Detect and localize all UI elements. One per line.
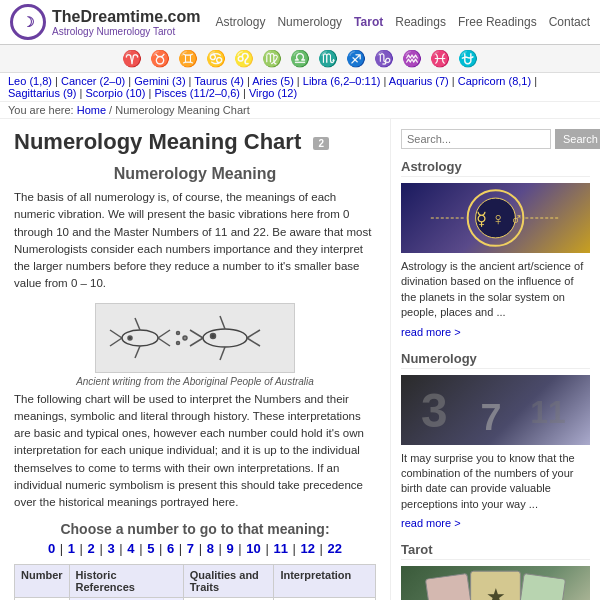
number-links: 0 | 1 | 2 | 3 | 4 | 5 | 6 | 7 | 8 | 9 | …: [14, 541, 376, 556]
num-link-8[interactable]: 8: [207, 541, 214, 556]
num-link-12[interactable]: 12: [301, 541, 315, 556]
zodiac-aquarius[interactable]: ♒: [402, 49, 422, 68]
sidebar-astrology-text: Astrology is the ancient art/science of …: [401, 259, 590, 321]
sign-gemini[interactable]: Gemini (3): [134, 75, 185, 87]
nav-numerology[interactable]: Numerology: [277, 15, 342, 29]
sidebar-astrology-image: ☿ ♀ ♂: [401, 183, 590, 253]
svg-text:11: 11: [530, 393, 565, 429]
sidebar-numerology: Numerology 3 7 11 It may surprise you to…: [401, 351, 590, 531]
zodiac-virgo[interactable]: ♍: [262, 49, 282, 68]
zodiac-aries[interactable]: ♈: [122, 49, 142, 68]
svg-rect-31: [425, 574, 474, 600]
search-input[interactable]: [401, 129, 551, 149]
breadcrumb: You are here: Home / Numerology Meaning …: [0, 102, 600, 119]
svg-line-14: [220, 347, 225, 360]
col-interpretation: Interpretation: [274, 565, 376, 598]
sidebar-astrology: Astrology ☿ ♀ ♂ Astrology is the ancient…: [401, 159, 590, 339]
svg-text:7: 7: [481, 395, 502, 437]
nav-readings[interactable]: Readings: [395, 15, 446, 29]
svg-line-12: [247, 338, 260, 346]
page-title: Numerology Meaning Chart 2: [14, 129, 376, 155]
num-link-11[interactable]: 11: [273, 541, 287, 556]
sign-links-bar: Leo (1,8) | Cancer (2–0) | Gemini (3) | …: [0, 73, 600, 102]
num-link-9[interactable]: 9: [227, 541, 234, 556]
intro-text: The basis of all numerology is, of cours…: [14, 189, 376, 293]
nav-contact[interactable]: Contact: [549, 15, 590, 29]
num-link-22[interactable]: 22: [328, 541, 342, 556]
chart-intro-text: The following chart will be used to inte…: [14, 391, 376, 512]
sign-scorpio[interactable]: Scorpio (10): [85, 87, 145, 99]
col-qualities: Qualities andTraits: [183, 565, 274, 598]
num-link-10[interactable]: 10: [246, 541, 260, 556]
svg-line-2: [110, 338, 122, 346]
search-button[interactable]: Search: [555, 129, 600, 149]
nav-tarot[interactable]: Tarot: [354, 15, 383, 29]
sign-aquarius[interactable]: Aquarius (7): [389, 75, 449, 87]
image-caption: Ancient writing from the Aboriginal Peop…: [14, 376, 376, 387]
sign-capricorn[interactable]: Capricorn (8,1): [458, 75, 531, 87]
section-header: Numerology Meaning: [14, 165, 376, 183]
zodiac-ophiuchus[interactable]: ⛎: [458, 49, 478, 68]
svg-text:☿ ♀ ♂: ☿ ♀ ♂: [476, 209, 524, 229]
main-layout: Numerology Meaning Chart 2 Numerology Me…: [0, 119, 600, 600]
logo-icon: ☽: [10, 4, 46, 40]
nav-astrology[interactable]: Astrology: [215, 15, 265, 29]
num-link-6[interactable]: 6: [167, 541, 174, 556]
zodiac-scorpio[interactable]: ♏: [318, 49, 338, 68]
zodiac-bar: ♈ ♉ ♊ ♋ ♌ ♍ ♎ ♏ ♐ ♑ ♒ ♓ ⛎: [0, 45, 600, 73]
svg-line-4: [158, 338, 170, 346]
search-area: Search: [401, 129, 590, 149]
zodiac-libra[interactable]: ♎: [290, 49, 310, 68]
svg-point-17: [177, 331, 180, 334]
num-link-5[interactable]: 5: [147, 541, 154, 556]
sign-aries[interactable]: Aries (5): [252, 75, 294, 87]
svg-point-18: [177, 341, 180, 344]
sign-taurus[interactable]: Taurus (4): [194, 75, 244, 87]
zodiac-cancer[interactable]: ♋: [206, 49, 226, 68]
num-link-2[interactable]: 2: [88, 541, 95, 556]
svg-line-5: [135, 318, 140, 330]
logo-area: ☽ TheDreamtime.com Astrology Numerology …: [10, 4, 201, 40]
num-link-1[interactable]: 1: [68, 541, 75, 556]
num-link-3[interactable]: 3: [107, 541, 114, 556]
svg-rect-30: [517, 574, 566, 600]
col-historic: Historic References: [69, 565, 183, 598]
zodiac-pisces[interactable]: ♓: [430, 49, 450, 68]
zodiac-capricorn[interactable]: ♑: [374, 49, 394, 68]
svg-point-15: [211, 333, 216, 338]
aboriginal-image-area: Ancient writing from the Aboriginal Peop…: [14, 303, 376, 387]
breadcrumb-home[interactable]: Home: [77, 104, 106, 116]
num-link-7[interactable]: 7: [187, 541, 194, 556]
svg-line-11: [247, 330, 260, 338]
sign-sagittarius[interactable]: Sagittarius (9): [8, 87, 76, 99]
sidebar-numerology-image: 3 7 11: [401, 375, 590, 445]
num-link-0[interactable]: 0: [48, 541, 55, 556]
sidebar-astrology-readmore[interactable]: read more >: [401, 326, 461, 338]
zodiac-sagittarius[interactable]: ♐: [346, 49, 366, 68]
sign-cancer[interactable]: Cancer (2–0): [61, 75, 125, 87]
sidebar-numerology-text: It may surprise you to know that the com…: [401, 451, 590, 513]
sign-virgo[interactable]: Virgo (12): [249, 87, 297, 99]
sign-pisces[interactable]: Pisces (11/2–0,6): [154, 87, 240, 99]
svg-point-16: [183, 336, 187, 340]
zodiac-leo[interactable]: ♌: [234, 49, 254, 68]
svg-point-8: [203, 329, 247, 347]
main-content: Numerology Meaning Chart 2 Numerology Me…: [0, 119, 390, 600]
zodiac-taurus[interactable]: ♉: [150, 49, 170, 68]
aboriginal-svg: [105, 308, 285, 368]
svg-line-3: [158, 330, 170, 338]
svg-line-9: [190, 330, 203, 338]
nav-free-readings[interactable]: Free Readings: [458, 15, 537, 29]
meaning-table: Number Historic References Qualities and…: [14, 564, 376, 600]
sidebar-numerology-title: Numerology: [401, 351, 590, 369]
sidebar-numerology-readmore[interactable]: read more >: [401, 517, 461, 529]
choose-number-header: Choose a number to go to that meaning:: [14, 521, 376, 537]
page-badge: 2: [313, 137, 329, 150]
svg-line-10: [190, 338, 203, 346]
sign-leo[interactable]: Leo (1,8): [8, 75, 52, 87]
main-nav: Astrology Numerology Tarot Readings Free…: [215, 15, 590, 29]
sign-libra[interactable]: Libra (6,2–0:11): [303, 75, 381, 87]
zodiac-gemini[interactable]: ♊: [178, 49, 198, 68]
num-link-4[interactable]: 4: [127, 541, 134, 556]
aboriginal-image: [95, 303, 295, 373]
